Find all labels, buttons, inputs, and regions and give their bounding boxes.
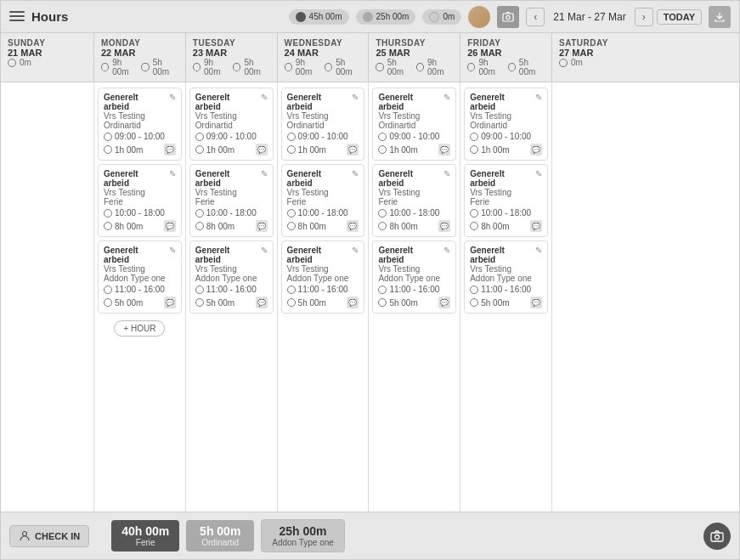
thursday-card-1: ✎ Generelt arbeid Vrs Testing Ordinartid…	[372, 88, 456, 161]
avatar[interactable]	[468, 6, 490, 28]
chat-icon: 💬	[347, 144, 359, 156]
day-column-tuesday: ✎ Generelt arbeid Vrs Testing Ordinartid…	[186, 82, 278, 512]
friday-card-2: ✎ Generelt arbeid Vrs Testing Ferie 10:0…	[464, 164, 548, 237]
monday-card-3: ✎ Generelt arbeid Vrs Testing Addon Type…	[98, 240, 182, 314]
chat-icon: 💬	[530, 220, 542, 232]
summary-ordinartid-label: Ordinartid	[201, 538, 239, 547]
day-column-wednesday: ✎ Generelt arbeid Vrs Testing Ordinartid…	[278, 82, 370, 512]
day-header-monday: MONDAY 22 MAR 9h 00m 5h 00m	[94, 33, 186, 82]
day-header-thursday: THURSDAY 25 MAR 5h 00m 9h 00m	[369, 33, 460, 82]
badge-25h: 25h 00m	[356, 9, 416, 25]
summary-ferie: 40h 00m Ferie	[111, 520, 179, 552]
header: Hours 45h 00m 25h 00m 0m ‹ 21 Mar - 27 M…	[1, 1, 739, 33]
tuesday-card-3: ✎ Generelt arbeid Vrs Testing Addon Type…	[189, 240, 274, 314]
monday-card-1-edit-button[interactable]: ✎	[167, 92, 178, 103]
chat-icon: 💬	[256, 220, 268, 232]
wednesday-card-2: ✎ Generelt arbeid Vrs Testing Ferie 10:0…	[281, 164, 365, 237]
svg-rect-3	[711, 533, 723, 541]
day-header-sunday: SUNDAY 21 MAR 0m	[1, 33, 94, 82]
badge-25h-label: 25h 00m	[376, 12, 410, 21]
svg-point-4	[715, 535, 720, 539]
prev-week-button[interactable]: ‹	[526, 8, 545, 26]
chat-icon-3: 💬	[164, 297, 176, 308]
summary-addon-value: 25h 00m	[280, 524, 327, 538]
wednesday-card-1-edit-button[interactable]: ✎	[350, 92, 360, 103]
chat-icon: 💬	[256, 144, 268, 156]
day-header-saturday: SATURDAY 27 MAR 0m	[552, 33, 646, 82]
day-column-monday: ✎ Generelt arbeid Vrs Testing Ordinartid…	[94, 82, 186, 512]
chat-icon: 💬	[438, 144, 450, 156]
chat-icon: 💬	[530, 297, 542, 308]
chat-icon: 💬	[164, 144, 176, 156]
chat-icon: 💬	[438, 297, 450, 308]
day-column-friday: ✎ Generelt arbeid Vrs Testing Ordinartid…	[460, 82, 552, 512]
badge-45h: 45h 00m	[289, 9, 349, 25]
wednesday-card-2-edit-button[interactable]: ✎	[350, 168, 360, 179]
friday-card-2-edit-button[interactable]: ✎	[534, 168, 544, 179]
tuesday-card-2: ✎ Generelt arbeid Vrs Testing Ferie 10:0…	[189, 164, 274, 237]
calendar: SUNDAY 21 MAR 0m MONDAY 22 MAR 9h 00m 5h…	[1, 33, 739, 512]
day-header-friday: FRIDAY 26 MAR 9h 00m 5h 00m	[460, 33, 552, 82]
check-in-icon	[19, 530, 31, 542]
svg-rect-0	[503, 14, 513, 21]
monday-card-3-edit-button[interactable]: ✎	[167, 245, 178, 256]
calendar-body: ✎ Generelt arbeid Vrs Testing Ordinartid…	[1, 82, 739, 512]
badge-dot-light	[363, 12, 373, 22]
check-in-button[interactable]: CHECK IN	[9, 525, 89, 547]
chat-icon: 💬	[347, 297, 359, 308]
svg-point-2	[23, 531, 27, 535]
date-range: 21 Mar - 27 Mar	[548, 11, 630, 23]
summary-ferie-value: 40h 00m	[121, 524, 169, 538]
summary-ordinartid: 5h 00m Ordinartid	[186, 520, 254, 552]
friday-card-1: ✎ Generelt arbeid Vrs Testing Ordinartid…	[464, 88, 548, 161]
tuesday-card-2-edit-button[interactable]: ✎	[259, 168, 269, 179]
nav-controls: ‹ 21 Mar - 27 Mar › TODAY	[526, 8, 702, 26]
day-header-wednesday: WEDNESDAY 24 MAR 9h 00m 5h 00m	[278, 33, 370, 82]
tuesday-card-3-edit-button[interactable]: ✎	[259, 245, 269, 256]
day-column-thursday: ✎ Generelt arbeid Vrs Testing Ordinartid…	[369, 82, 460, 512]
badge-45h-label: 45h 00m	[309, 12, 342, 21]
day-column-sunday	[1, 82, 94, 512]
day-headers: SUNDAY 21 MAR 0m MONDAY 22 MAR 9h 00m 5h…	[1, 33, 739, 82]
tuesday-card-1-edit-button[interactable]: ✎	[259, 92, 269, 103]
summary-ordinartid-value: 5h 00m	[200, 524, 240, 538]
monday-card-2: ✎ Generelt arbeid Vrs Testing Ferie 10:0…	[98, 164, 182, 237]
add-hour-button-monday[interactable]: + HOUR	[114, 320, 165, 337]
chat-icon-2: 💬	[164, 220, 176, 232]
thursday-card-3-edit-button[interactable]: ✎	[442, 245, 452, 256]
photo-icon[interactable]	[497, 6, 519, 28]
export-icon[interactable]	[709, 6, 731, 28]
chat-icon: 💬	[438, 220, 450, 232]
friday-card-3: ✎ Generelt arbeid Vrs Testing Addon Type…	[464, 240, 548, 314]
badge-0m: 0m	[422, 9, 461, 25]
chat-icon: 💬	[347, 220, 359, 232]
app-container: Hours 45h 00m 25h 00m 0m ‹ 21 Mar - 27 M…	[0, 0, 740, 560]
monday-card-2-edit-button[interactable]: ✎	[167, 168, 178, 179]
summary-ferie-label: Ferie	[136, 538, 155, 547]
badge-dot-lighter	[429, 12, 439, 22]
summary-addon-label: Addon Type one	[272, 538, 334, 547]
day-column-saturday	[552, 82, 646, 512]
chat-icon: 💬	[256, 297, 268, 308]
badge-dot-dark	[296, 12, 306, 22]
badge-0m-label: 0m	[443, 12, 455, 21]
summary-addon: 25h 00m Addon Type one	[261, 519, 345, 552]
thursday-card-1-edit-button[interactable]: ✎	[442, 92, 452, 103]
menu-icon[interactable]	[9, 11, 25, 23]
monday-card-1: ✎ Generelt arbeid Vrs Testing Ordinartid…	[98, 88, 182, 161]
wednesday-card-3: ✎ Generelt arbeid Vrs Testing Addon Type…	[281, 240, 365, 314]
thursday-card-2-edit-button[interactable]: ✎	[442, 168, 452, 179]
app-title: Hours	[31, 9, 68, 24]
friday-card-1-edit-button[interactable]: ✎	[534, 92, 544, 103]
next-week-button[interactable]: ›	[635, 8, 653, 26]
day-header-tuesday: TUESDAY 23 MAR 9h 00m 5h 00m	[186, 33, 278, 82]
thursday-card-2: ✎ Generelt arbeid Vrs Testing Ferie 10:0…	[372, 164, 456, 237]
camera-button[interactable]	[703, 523, 731, 550]
wednesday-card-1: ✎ Generelt arbeid Vrs Testing Ordinartid…	[281, 88, 365, 161]
thursday-card-3: ✎ Generelt arbeid Vrs Testing Addon Type…	[372, 240, 456, 314]
wednesday-card-3-edit-button[interactable]: ✎	[350, 245, 360, 256]
friday-card-3-edit-button[interactable]: ✎	[534, 245, 544, 256]
chat-icon: 💬	[530, 144, 542, 156]
today-button[interactable]: TODAY	[657, 9, 702, 25]
tuesday-card-1: ✎ Generelt arbeid Vrs Testing Ordinartid…	[189, 88, 274, 161]
